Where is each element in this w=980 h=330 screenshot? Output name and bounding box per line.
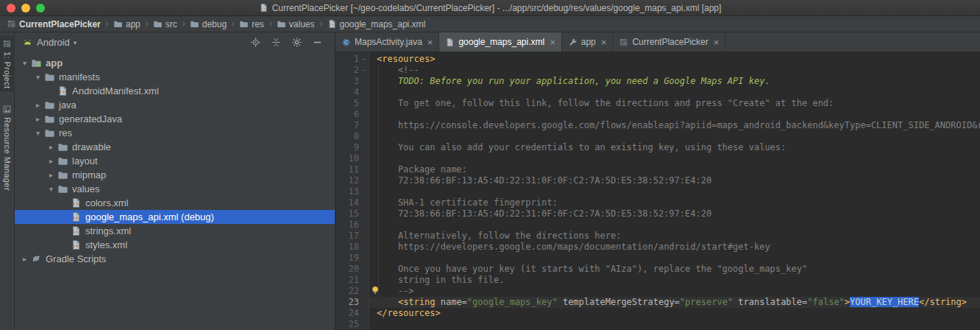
chevron-collapsed-icon[interactable]: ▸ — [19, 255, 30, 263]
tree-item-google-maps-api-xml-debug[interactable]: google_maps_api.xml (debug) — [15, 210, 335, 224]
code-line-15[interactable]: 72:38:66:BF:13:A5:4D:22:31:0F:0F:C2:7A:5… — [377, 208, 980, 220]
breadcrumb-separator-icon — [317, 21, 325, 27]
chevron-collapsed-icon[interactable]: ▸ — [32, 101, 43, 109]
code-area[interactable]: <resources> <!-- TODO: Before you run yo… — [369, 52, 980, 330]
code-line-17[interactable]: Alternatively, follow the directions her… — [377, 231, 980, 242]
chevron-expanded-icon[interactable]: ▾ — [32, 129, 43, 137]
breadcrumb-label: res — [252, 19, 264, 29]
zoom-window-button[interactable] — [36, 4, 45, 13]
settings-gear-icon[interactable] — [291, 37, 302, 48]
folder-icon — [239, 19, 249, 29]
code-line-2[interactable]: <!-- — [377, 65, 980, 76]
fold-marker-icon[interactable]: − — [359, 54, 369, 65]
tree-item-label: res — [56, 127, 72, 138]
code-line-1[interactable]: <resources> — [377, 54, 980, 65]
code-line-13[interactable] — [377, 186, 980, 197]
tree-item-values[interactable]: ▾values — [15, 182, 335, 196]
tree-item-generatedjava[interactable]: ▸generatedJava — [15, 112, 335, 126]
folder-icon — [57, 183, 69, 194]
breadcrumb-item-res[interactable]: res — [237, 19, 266, 29]
tab-close-icon[interactable]: × — [601, 38, 607, 47]
project-view-selector[interactable]: Android ▾ — [22, 37, 77, 48]
chevron-expanded-icon[interactable]: ▾ — [19, 59, 30, 67]
editor-tabs: CMapsActivity.java×google_maps_api.xml×a… — [335, 32, 980, 52]
line-number: 2 — [335, 65, 359, 76]
code-line-9[interactable]: You can also add your credentials to an … — [377, 142, 980, 153]
tree-item-strings-xml[interactable]: strings.xml — [15, 224, 335, 238]
code-line-11[interactable]: Package name: — [377, 164, 980, 175]
locate-file-icon[interactable] — [250, 37, 261, 48]
tab-close-icon[interactable]: × — [714, 38, 720, 47]
code-line-12[interactable]: 72:38:66:BF:13:A5:4D:22:31:0F:0F:C2:7A:5… — [377, 175, 980, 186]
breadcrumb-item-src[interactable]: src — [151, 19, 180, 29]
code-line-8[interactable] — [377, 131, 980, 142]
chevron-collapsed-icon[interactable]: ▸ — [46, 157, 57, 165]
chevron-collapsed-icon[interactable]: ▸ — [32, 115, 43, 123]
tab-label: MapsActivity.java — [355, 37, 422, 47]
line-number: 13 — [335, 186, 359, 197]
breadcrumb-item-google-maps-api-xml[interactable]: google_maps_api.xml — [325, 19, 428, 29]
tree-item-mipmap[interactable]: ▸mipmap — [15, 168, 335, 182]
chevron-collapsed-icon[interactable]: ▸ — [46, 143, 57, 151]
code-line-14[interactable]: SHA-1 certificate fingerprint: — [377, 197, 980, 208]
fold-spacer — [359, 131, 369, 142]
tree-item-styles-xml[interactable]: styles.xml — [15, 238, 335, 252]
breadcrumb-label: app — [126, 19, 141, 29]
window-title: CurrentPlacePicker [~/geo-codelabs/Curre… — [272, 3, 722, 13]
tree-item-layout[interactable]: ▸layout — [15, 154, 335, 168]
project-tool-label: 1: Project — [3, 52, 12, 88]
close-window-button[interactable] — [7, 4, 15, 13]
code-line-20[interactable]: Once you have your key (it starts with "… — [377, 264, 980, 275]
chevron-collapsed-icon[interactable]: ▸ — [46, 171, 57, 179]
breadcrumb-item-debug[interactable]: debug — [188, 19, 229, 29]
breadcrumb-item-app[interactable]: app — [111, 19, 143, 29]
editor-tab-currentplacepicker[interactable]: CurrentPlacePicker× — [613, 32, 725, 52]
tree-item-drawable[interactable]: ▸drawable — [15, 140, 335, 154]
code-editor[interactable]: 1−2−345678910111213141516171819202122232… — [335, 52, 980, 330]
tree-item-label: mipmap — [69, 169, 106, 180]
tree-item-colors-xml[interactable]: colors.xml — [15, 196, 335, 210]
tab-close-icon[interactable]: × — [550, 38, 555, 47]
editor-tab-google-maps-api-xml[interactable]: google_maps_api.xml× — [439, 32, 561, 52]
intention-bulb-icon[interactable] — [370, 285, 381, 296]
editor-gutter[interactable]: 1−2−345678910111213141516171819202122232… — [335, 52, 369, 330]
code-line-21[interactable]: string in this file. — [377, 275, 980, 286]
window-title-container: CurrentPlacePicker [~/geo-codelabs/Curre… — [0, 0, 980, 15]
tree-item-manifests[interactable]: ▾manifests — [15, 70, 335, 84]
code-line-22[interactable]: --> — [377, 286, 980, 297]
tab-close-icon[interactable]: × — [427, 38, 433, 47]
minimize-window-button[interactable] — [21, 4, 30, 13]
code-line-23[interactable]: <string name="google_maps_key" templateM… — [369, 297, 980, 308]
breadcrumb-item-values[interactable]: values — [274, 19, 317, 29]
collapse-all-icon[interactable] — [271, 37, 282, 48]
hide-panel-icon[interactable] — [312, 37, 323, 48]
code-line-25[interactable] — [377, 319, 980, 330]
code-line-4[interactable] — [377, 87, 980, 98]
chevron-expanded-icon[interactable]: ▾ — [46, 185, 57, 193]
tree-item-java[interactable]: ▸java — [15, 98, 335, 112]
code-line-16[interactable] — [377, 220, 980, 231]
tool-window-resource-manager-button[interactable]: Resource Manager — [0, 102, 15, 194]
tree-item-gradle-scripts[interactable]: ▸Gradle Scripts — [15, 252, 335, 266]
code-line-6[interactable] — [377, 109, 980, 120]
editor-tab-app[interactable]: app× — [562, 32, 614, 52]
tree-item-app[interactable]: ▾app — [15, 56, 335, 70]
code-line-7[interactable]: https://console.developers.google.com/fl… — [377, 120, 980, 131]
code-line-24[interactable]: </resources> — [377, 308, 980, 319]
code-line-10[interactable] — [377, 153, 980, 164]
code-line-19[interactable] — [377, 253, 980, 264]
fold-marker-icon[interactable]: − — [359, 65, 369, 76]
fold-spacer — [359, 87, 369, 98]
tree-item-res[interactable]: ▾res — [15, 126, 335, 140]
code-line-3[interactable]: TODO: Before you run your application, y… — [377, 76, 980, 87]
tool-window-project-button[interactable]: 1: Project — [0, 36, 15, 91]
app-module-icon — [30, 57, 43, 69]
tree-item-androidmanifest-xml[interactable]: AndroidManifest.xml — [15, 84, 335, 98]
breadcrumb-item-currentplacepicker[interactable]: CurrentPlacePicker — [4, 19, 103, 29]
editor-tab-mapsactivity-java[interactable]: CMapsActivity.java× — [335, 32, 439, 52]
fold-spacer — [359, 98, 369, 109]
chevron-expanded-icon[interactable]: ▾ — [32, 73, 43, 81]
project-tool-icon — [2, 39, 12, 49]
code-line-18[interactable]: https://developers.google.com/maps/docum… — [377, 242, 980, 253]
code-line-5[interactable]: To get one, follow this link, follow the… — [377, 98, 980, 109]
